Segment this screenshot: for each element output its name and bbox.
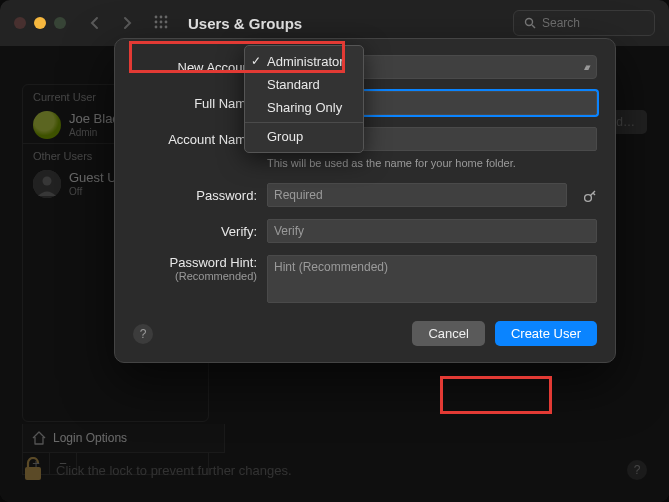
chevron-up-down-icon: ▴▾	[584, 62, 588, 72]
svg-point-8	[165, 26, 168, 29]
option-sharing-only[interactable]: Sharing Only	[245, 96, 363, 119]
minimize-window-dot[interactable]	[34, 17, 46, 29]
sheet-help-button[interactable]: ?	[133, 324, 153, 344]
svg-line-10	[532, 25, 535, 28]
new-account-sheet: New Account: Administrator ▴▾ Full Name:…	[114, 38, 616, 363]
sheet-footer: ? Cancel Create User	[133, 321, 597, 346]
svg-point-7	[160, 26, 163, 29]
home-folder-note: This will be used as the name for your h…	[267, 157, 516, 169]
search-icon	[524, 17, 536, 29]
cancel-button[interactable]: Cancel	[412, 321, 484, 346]
label-password: Password:	[133, 188, 257, 203]
verify-field[interactable]: Verify	[267, 219, 597, 243]
password-field[interactable]: Required	[267, 183, 567, 207]
svg-point-5	[165, 21, 168, 24]
show-all-icon[interactable]	[154, 15, 170, 31]
svg-point-0	[155, 16, 158, 19]
option-group[interactable]: Group	[245, 122, 363, 148]
label-new-account: New Account:	[133, 60, 257, 75]
label-verify: Verify:	[133, 224, 257, 239]
label-hint: Password Hint: (Recommended)	[133, 255, 257, 282]
search-field[interactable]: Search	[513, 10, 655, 36]
create-user-button[interactable]: Create User	[495, 321, 597, 346]
check-icon: ✓	[251, 54, 261, 68]
account-type-menu: ✓Administrator Standard Sharing Only Gro…	[244, 45, 364, 153]
label-full-name: Full Name:	[133, 96, 257, 111]
svg-point-2	[165, 16, 168, 19]
hint-field[interactable]: Hint (Recommended)	[267, 255, 597, 303]
window-controls	[14, 17, 66, 29]
preferences-window: Users & Groups Search Password Login Ite…	[0, 0, 669, 502]
option-standard[interactable]: Standard	[245, 73, 363, 96]
svg-point-3	[155, 21, 158, 24]
close-window-dot[interactable]	[14, 17, 26, 29]
svg-point-6	[155, 26, 158, 29]
zoom-window-dot[interactable]	[54, 17, 66, 29]
page-title: Users & Groups	[188, 15, 302, 32]
svg-point-1	[160, 16, 163, 19]
back-button[interactable]	[90, 16, 112, 30]
key-icon[interactable]	[583, 187, 597, 203]
label-account-name: Account Name:	[133, 132, 257, 147]
search-placeholder: Search	[542, 16, 580, 30]
svg-point-14	[585, 195, 592, 202]
svg-point-4	[160, 21, 163, 24]
forward-button[interactable]	[122, 16, 144, 30]
option-administrator[interactable]: ✓Administrator	[245, 50, 363, 73]
svg-point-9	[526, 19, 533, 26]
